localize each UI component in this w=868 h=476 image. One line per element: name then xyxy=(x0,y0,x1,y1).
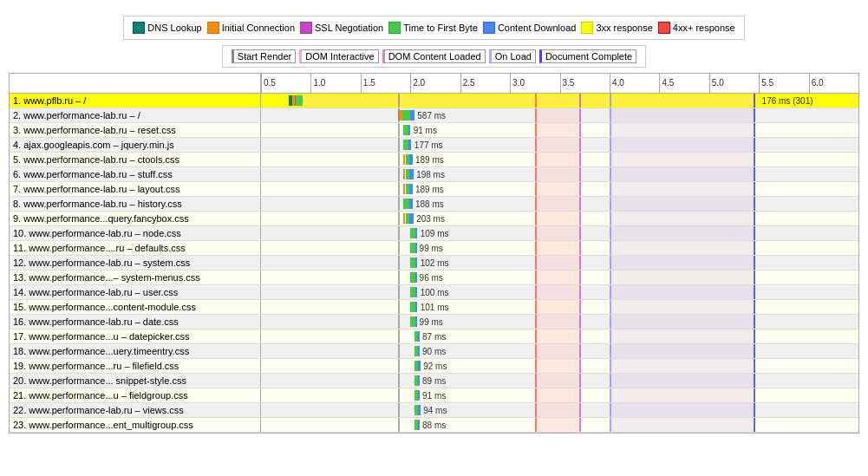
url-cell: 14. www.performance-lab.ru – user.css xyxy=(10,285,261,299)
dom-interactive-region xyxy=(535,359,580,373)
marker-line xyxy=(754,374,755,388)
marker-line xyxy=(610,167,611,181)
legend-color-box xyxy=(133,22,145,34)
url-cell: 21. www.performance...u – fieldgroup.css xyxy=(10,388,261,402)
marker-line xyxy=(579,153,581,166)
timeline-cell: 88 ms xyxy=(261,418,858,432)
marker-line xyxy=(398,374,400,388)
marker-line xyxy=(535,167,537,181)
on-load-region xyxy=(610,108,754,122)
marker-line xyxy=(754,182,755,196)
marker-line xyxy=(398,123,400,137)
marker-line xyxy=(579,403,581,417)
marker-line xyxy=(535,344,537,358)
marker-line xyxy=(579,138,581,152)
url-cell: 19. www.performance...ru – filefield.css xyxy=(10,359,261,373)
dom-interactive-region xyxy=(535,197,580,211)
duration-label: 198 ms xyxy=(416,169,445,180)
marker-line xyxy=(535,108,537,122)
on-load-region xyxy=(610,329,754,343)
table-row: 9. www.performance...query.fancybox.css2… xyxy=(10,212,858,226)
marker-line xyxy=(754,315,755,329)
bar-segment xyxy=(410,110,414,121)
marker-item: On Load xyxy=(489,49,536,63)
bar-segment xyxy=(408,125,410,135)
bar-segment xyxy=(418,405,420,415)
dom-interactive-region xyxy=(535,123,580,137)
marker-line xyxy=(398,153,400,166)
bar-segment xyxy=(415,316,417,327)
on-load-region xyxy=(610,271,754,284)
marker-line xyxy=(579,300,581,314)
marker-line xyxy=(535,388,537,402)
timeline-cell: 188 ms xyxy=(261,197,858,211)
marker-line xyxy=(754,241,755,255)
bar-segment xyxy=(415,302,417,312)
timeline-cell: 89 ms xyxy=(261,374,858,388)
timeline-cell: 99 ms xyxy=(261,315,858,329)
bar-segment xyxy=(418,346,420,356)
marker-line xyxy=(610,344,611,358)
tick-label: 2.5 xyxy=(460,74,510,93)
url-cell: 13. www.performance...– system-menus.css xyxy=(10,271,261,284)
marker-line xyxy=(535,226,537,240)
marker-line xyxy=(579,344,581,358)
timeline-cell: 176 ms (301) xyxy=(261,94,858,108)
timeline-cell: 99 ms xyxy=(261,241,858,255)
marker-line xyxy=(754,138,755,152)
marker-line xyxy=(535,182,537,196)
marker-line xyxy=(610,285,611,299)
waterfall-rows: 1. www.pflb.ru – /176 ms (301)2. www.per… xyxy=(10,94,858,433)
bar-segment xyxy=(303,95,759,106)
on-load-region xyxy=(610,315,754,329)
timeline-cell: 91 ms xyxy=(261,388,858,402)
duration-label: 101 ms xyxy=(421,302,449,313)
tick-label: 3.5 xyxy=(560,74,610,93)
timeline-cell: 94 ms xyxy=(261,403,858,417)
on-load-region xyxy=(610,241,754,255)
marker-line xyxy=(398,182,400,196)
duration-label: 189 ms xyxy=(415,184,444,195)
table-row: 18. www.performance...uery.timeentry.css… xyxy=(10,344,858,359)
on-load-region xyxy=(610,374,754,388)
table-row: 15. www.performance...content-module.css… xyxy=(10,300,858,315)
dom-interactive-region xyxy=(535,315,580,329)
marker-line xyxy=(579,359,581,373)
table-row: 7. www.performance-lab.ru – layout.css18… xyxy=(10,182,858,197)
timeline-cell: 101 ms xyxy=(261,300,858,314)
marker-line xyxy=(535,359,537,373)
marker-line xyxy=(535,418,537,432)
dom-interactive-region xyxy=(535,241,580,255)
on-load-region xyxy=(610,197,754,211)
url-cell: 5. www.performance-lab.ru – ctools.css xyxy=(10,153,261,166)
marker-line xyxy=(535,271,537,284)
timeline-cell: 587 ms xyxy=(261,108,858,122)
marker-line xyxy=(398,359,400,373)
marker-line xyxy=(754,256,755,270)
marker-line xyxy=(754,418,755,432)
marker-line xyxy=(398,418,400,432)
marker-line xyxy=(610,271,611,284)
marker-line xyxy=(754,403,755,417)
duration-label: 94 ms xyxy=(423,405,447,416)
marker-line xyxy=(610,153,611,166)
dom-interactive-region xyxy=(535,329,580,343)
legend-item: DNS Lookup xyxy=(133,22,201,34)
page-title xyxy=(0,0,868,16)
url-cell: 15. www.performance...content-module.css xyxy=(10,300,261,314)
bar-segment xyxy=(409,213,414,224)
marker-line xyxy=(579,108,581,122)
timeline-cell: 109 ms xyxy=(261,226,858,240)
marker-line xyxy=(610,138,611,152)
marker-line xyxy=(610,359,611,373)
url-cell: 1. www.pflb.ru – / xyxy=(10,94,261,108)
marker-line xyxy=(754,388,755,402)
marker-line xyxy=(610,226,611,240)
url-cell: 3. www.performance-lab.ru – reset.css xyxy=(10,123,261,137)
duration-label: 88 ms xyxy=(422,420,446,431)
url-cell: 7. www.performance-lab.ru – layout.css xyxy=(10,182,261,196)
dom-interactive-region xyxy=(535,285,580,299)
tick-label: 1.5 xyxy=(361,74,410,93)
marker-line xyxy=(754,94,755,108)
marker-line xyxy=(754,226,755,240)
